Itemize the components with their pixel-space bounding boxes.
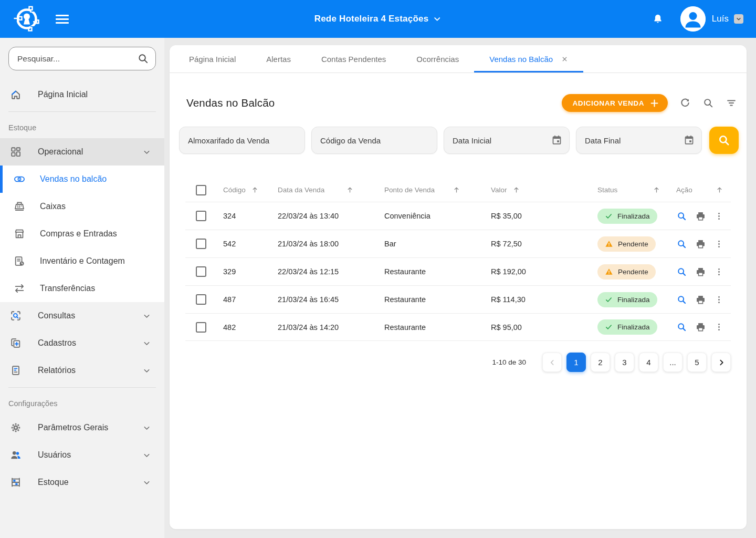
kebab-menu-icon[interactable] (714, 211, 724, 221)
cell-ponto-de-venda: Bar (375, 240, 481, 248)
pagination-next-button[interactable] (711, 353, 731, 372)
column-header-data-da-venda[interactable]: Data da Venda (268, 186, 375, 194)
pagination-ellipsis[interactable]: ... (663, 353, 682, 372)
menu-icon[interactable] (54, 13, 71, 26)
tab-contas-pendentes[interactable]: Contas Pendentes (306, 45, 401, 73)
kebab-menu-icon[interactable] (714, 322, 724, 332)
storefront-icon (14, 228, 25, 240)
sidebar-group-usuarios[interactable]: Usuários (0, 441, 164, 469)
sort-arrow-icon (251, 186, 259, 194)
row-checkbox[interactable] (196, 239, 206, 249)
tab-vendas-no-balcao[interactable]: Vendas no Balcão (474, 45, 583, 73)
add-sale-button[interactable]: ADICIONAR VENDA (562, 94, 668, 112)
cash-register-icon (14, 201, 25, 212)
print-icon[interactable] (695, 266, 706, 277)
cell-ponto-de-venda: Restaurante (375, 295, 481, 304)
check-icon (605, 323, 613, 331)
tab-bar: Página Inicial Alertas Contas Pendentes … (170, 45, 747, 73)
column-header-valor[interactable]: Valor (481, 186, 588, 194)
search-icon (137, 53, 149, 65)
print-icon[interactable] (695, 322, 706, 333)
column-header-status[interactable]: Status (588, 186, 667, 194)
sidebar-item-compras-e-entradas[interactable]: Compras e Entradas (0, 220, 164, 247)
view-sale-icon[interactable] (676, 239, 687, 250)
notifications-bell-icon[interactable] (652, 13, 664, 25)
sort-arrow-icon (653, 186, 660, 194)
shelf-icon (10, 477, 22, 488)
user-name: Luís (712, 14, 729, 24)
table-row: 487 21/03/24 às 16:45 Restaurante R$ 114… (185, 285, 731, 313)
tab-alertas[interactable]: Alertas (251, 45, 306, 73)
sidebar-group-consultas[interactable]: Consultas (0, 302, 164, 329)
avatar[interactable] (680, 6, 706, 32)
warehouse-filter-input[interactable] (179, 127, 305, 154)
view-sale-icon[interactable] (676, 322, 687, 333)
print-icon[interactable] (695, 294, 706, 305)
sidebar-item-pagina-inicial[interactable]: Página Inicial (0, 81, 164, 108)
pagination-page-1[interactable]: 1 (566, 353, 586, 372)
calendar-icon[interactable] (551, 134, 562, 146)
kebab-menu-icon[interactable] (714, 239, 724, 249)
search-input[interactable] (8, 47, 156, 70)
plus-icon (649, 98, 659, 108)
inventory-clock-icon (14, 255, 25, 267)
tab-pagina-inicial[interactable]: Página Inicial (174, 45, 251, 73)
row-checkbox[interactable] (196, 266, 206, 277)
cell-codigo: 482 (211, 323, 268, 332)
user-menu-chevron-icon[interactable] (734, 14, 743, 24)
sales-table: Código Data da Venda Ponto de Venda Valo… (185, 178, 731, 341)
pagination-page-4[interactable]: 4 (639, 353, 658, 372)
pagination-prev-button[interactable] (542, 353, 562, 372)
sidebar-item-transferencias[interactable]: Transferências (0, 275, 164, 302)
sidebar-group-relatorios[interactable]: Relatórios (0, 357, 164, 384)
start-date-filter-input[interactable] (444, 127, 570, 154)
filter-icon[interactable] (726, 97, 737, 109)
check-icon (605, 212, 613, 220)
chevron-down-icon (142, 148, 151, 157)
chevron-right-icon (717, 358, 726, 367)
kebab-menu-icon[interactable] (714, 267, 724, 277)
pagination-page-2[interactable]: 2 (591, 353, 610, 372)
refresh-icon[interactable] (679, 97, 691, 109)
cell-valor: R$ 72,50 (481, 240, 588, 248)
view-sale-icon[interactable] (676, 211, 687, 222)
sidebar-item-caixas[interactable]: Caixas (0, 193, 164, 220)
sidebar-group-estoque[interactable]: Estoque (0, 469, 164, 496)
view-sale-icon[interactable] (676, 294, 687, 305)
tab-ocorrencias[interactable]: Ocorrências (401, 45, 474, 73)
cell-data-da-venda: 22/03/24 às 13:40 (268, 212, 375, 220)
print-icon[interactable] (695, 239, 706, 250)
sale-code-filter-input[interactable] (311, 127, 437, 154)
kebab-menu-icon[interactable] (714, 295, 724, 305)
apply-filters-search-button[interactable] (709, 127, 739, 154)
select-all-checkbox[interactable] (196, 185, 206, 195)
row-checkbox[interactable] (196, 322, 206, 333)
pagination-page-5[interactable]: 5 (687, 353, 707, 372)
column-header-acao[interactable]: Ação (667, 186, 731, 194)
close-icon[interactable] (561, 56, 568, 63)
gear-icon (10, 422, 22, 433)
sidebar: Página Inicial Estoque Operacional $ Ven… (0, 38, 164, 538)
app-logo-keyhole-icon[interactable] (13, 5, 40, 33)
sidebar-group-operacional[interactable]: Operacional (0, 138, 164, 165)
cell-valor: R$ 114,30 (481, 295, 588, 304)
end-date-filter-input[interactable] (576, 127, 702, 154)
row-checkbox[interactable] (196, 294, 206, 305)
row-checkbox[interactable] (196, 211, 206, 221)
calendar-icon[interactable] (684, 134, 695, 146)
sidebar-item-inventario-e-contagem[interactable]: Inventário e Contagem (0, 247, 164, 275)
divider (8, 387, 156, 388)
sidebar-group-cadastros[interactable]: Cadastros (0, 329, 164, 357)
property-switcher[interactable]: Rede Hoteleira 4 Estações (314, 14, 442, 24)
column-header-codigo[interactable]: Código (211, 186, 268, 194)
sidebar-group-parametros-gerais[interactable]: Parâmetros Gerais (0, 414, 164, 441)
sort-arrow-icon (716, 186, 723, 194)
search-icon[interactable] (702, 97, 714, 109)
cell-codigo: 487 (211, 295, 268, 304)
sidebar-item-vendas-no-balcao[interactable]: $ Vendas no balcão (0, 165, 164, 193)
print-icon[interactable] (695, 211, 706, 222)
view-sale-icon[interactable] (676, 266, 687, 277)
cell-valor: R$ 192,00 (481, 267, 588, 276)
column-header-ponto-de-venda[interactable]: Ponto de Venda (375, 186, 481, 194)
pagination-page-3[interactable]: 3 (615, 353, 634, 372)
